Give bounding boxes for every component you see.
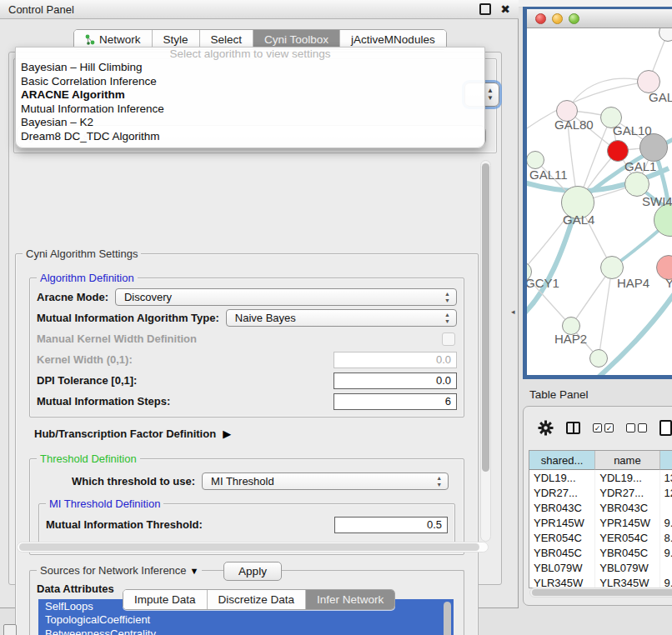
network-node-label: SWI4 <box>642 194 672 208</box>
bottom-tabbar: Impute Data Discretize Data Infer Networ… <box>123 589 395 610</box>
node-table[interactable]: shared...name YDL19...YDL19...13YDR27...… <box>529 450 672 588</box>
table-cell: YDR27... <box>529 485 595 500</box>
apply-button[interactable]: Apply <box>223 562 282 581</box>
scrollbar-thumb[interactable] <box>19 543 479 551</box>
table-cell: YBR045C <box>595 545 659 560</box>
collapse-arrow-icon: ▼ <box>190 566 199 576</box>
table-column-header[interactable] <box>660 451 672 470</box>
document-icon[interactable] <box>659 420 672 436</box>
mi-type-value: Naive Bayes <box>235 312 296 324</box>
algorithm-option[interactable]: Dream8 DC_TDC Algorithm <box>16 130 484 144</box>
close-icon[interactable]: ✖ <box>500 5 510 13</box>
table-row[interactable]: YPR145WYPR145W9. <box>529 515 672 530</box>
split-view-icon[interactable] <box>566 422 580 434</box>
scrollbar-thumb[interactable] <box>532 589 672 596</box>
mi-threshold-definition-title: MI Threshold Definition <box>46 498 163 510</box>
combo-arrows-icon: ▲▼ <box>444 312 450 325</box>
expander-arrow-icon: ▶ <box>223 428 231 440</box>
checked-box-icon: ✓ <box>593 423 602 432</box>
table-cell: 13 <box>660 470 672 485</box>
mi-threshold-field[interactable]: 0.5 <box>334 517 448 533</box>
which-threshold-value: MI Threshold <box>211 475 274 488</box>
tab-discretize-data[interactable]: Discretize Data <box>208 590 307 609</box>
kernel-width-field[interactable]: 0.0 <box>333 352 457 368</box>
table-cell: YBR043C <box>529 500 595 515</box>
table-row[interactable]: YER054CYER054C8. <box>529 530 672 545</box>
network-node-label: GAL1 <box>624 159 656 173</box>
table-row[interactable]: YDL19...YDL19...13 <box>529 470 672 485</box>
manual-kernel-checkbox[interactable] <box>442 332 455 346</box>
table-column-header[interactable]: shared... <box>529 451 595 470</box>
network-canvas[interactable]: GALGAL80GAL10GAL11GAL1SWI4GAL4GCY1HAP4YH… <box>527 28 672 375</box>
network-node-label: GAL <box>649 90 672 104</box>
control-panel-title: Control Panel <box>8 3 479 16</box>
table-row[interactable]: YDR27...YDR27...12 <box>529 485 672 500</box>
table-toolbar: ✓ ✓ <box>538 418 672 437</box>
table-cell: YDL19... <box>595 470 659 485</box>
docked-panel-icon[interactable] <box>3 624 17 635</box>
combo-arrows-icon: ▲▼ <box>436 475 442 488</box>
network-node[interactable] <box>639 133 668 162</box>
mi-threshold-definition-group: MI Threshold Definition Mutual Informati… <box>38 503 455 544</box>
list-scrollbar-thumb[interactable] <box>444 602 451 635</box>
minimize-traffic-light-icon[interactable] <box>552 13 563 24</box>
algorithm-option[interactable]: Bayesian – K2 <box>16 116 484 130</box>
dpi-tolerance-field[interactable]: 0.0 <box>333 372 457 389</box>
table-cell: YER054C <box>529 530 595 545</box>
network-view-window: GALGAL80GAL10GAL11GAL1SWI4GAL4GCY1HAP4YH… <box>523 7 672 379</box>
algorithm-option[interactable]: Basic Correlation Inference <box>16 75 484 89</box>
table-row[interactable]: YLR345WYLR345W9. <box>529 575 672 588</box>
mi-type-combobox[interactable]: Naive Bayes ▲▼ <box>226 309 457 327</box>
deselect-all-columns-icon[interactable] <box>626 423 647 432</box>
settings-vertical-scrollbar[interactable] <box>480 160 491 542</box>
network-node[interactable] <box>624 172 649 197</box>
algorithm-popup-list: Bayesian – Hill ClimbingBasic Correlatio… <box>16 61 484 143</box>
control-panel-titlebar[interactable]: Control Panel ✖ <box>0 0 519 19</box>
algorithm-option[interactable]: ARACNE Algorithm <box>16 88 484 102</box>
data-attribute-item[interactable]: TopologicalCoefficient <box>38 613 454 628</box>
which-threshold-combobox[interactable]: MI Threshold ▲▼ <box>202 472 449 490</box>
algorithm-popup-prompt: Select algorithm to view settings <box>16 48 484 61</box>
float-window-icon[interactable] <box>479 3 491 15</box>
aracne-mode-combobox[interactable]: Discovery ▲▼ <box>115 288 457 306</box>
splitter-collapse-icon[interactable]: ◂ <box>511 308 515 316</box>
sources-group-title[interactable]: Sources for Network Inference▼ <box>37 564 202 577</box>
network-node[interactable] <box>527 151 544 169</box>
table-horizontal-scrollbar[interactable] <box>529 588 672 598</box>
table-cell: 8. <box>660 530 672 545</box>
scrollbar-thumb[interactable] <box>482 163 489 472</box>
tab-infer-network[interactable]: Infer Network <box>306 590 394 609</box>
close-traffic-light-icon[interactable] <box>535 13 546 24</box>
table-cell: 9. <box>660 545 672 560</box>
table-cell: YER054C <box>595 530 659 545</box>
table-cell: YDR27... <box>595 485 659 500</box>
select-all-columns-icon[interactable]: ✓ ✓ <box>593 423 614 432</box>
network-node[interactable] <box>589 349 608 368</box>
table-panel: ✓ ✓ shared...name YDL19...YDL19...13YDR2… <box>523 406 672 606</box>
tab-label: Discretize Data <box>218 593 295 606</box>
data-attribute-item[interactable]: BetweennessCentrality <box>38 627 454 635</box>
combo-arrows-icon: ▲▼ <box>487 87 494 102</box>
table-row[interactable]: YBR043CYBR043C <box>529 500 672 515</box>
table-cell: YBR045C <box>529 545 595 560</box>
table-row[interactable]: YBR045CYBR045C9. <box>529 545 672 560</box>
tab-impute-data[interactable]: Impute Data <box>123 590 208 609</box>
aracne-mode-label: Aracne Mode: <box>37 291 108 303</box>
zoom-traffic-light-icon[interactable] <box>569 13 579 24</box>
algorithm-option[interactable]: Bayesian – Hill Climbing <box>16 61 484 75</box>
mi-steps-label: Mutual Information Steps: <box>37 395 170 408</box>
table-panel-title: Table Panel <box>529 388 589 401</box>
table-cell: YLR345W <box>529 575 595 588</box>
mi-steps-field[interactable]: 6 <box>333 393 457 410</box>
tab-label: Infer Network <box>317 593 384 606</box>
algorithm-option[interactable]: Mutual Information Inference <box>16 102 484 117</box>
settings-horizontal-scrollbar[interactable] <box>17 542 489 552</box>
table-cell: YBL079W <box>595 560 659 575</box>
which-threshold-label: Which threshold to use: <box>72 475 195 488</box>
network-window-titlebar[interactable] <box>527 9 672 28</box>
network-tab-icon <box>85 34 95 45</box>
table-column-header[interactable]: name <box>595 451 659 470</box>
gear-icon[interactable] <box>538 420 554 436</box>
hub-definition-expander[interactable]: Hub/Transcription Factor Definition ▶ <box>34 428 471 440</box>
table-row[interactable]: YBL079WYBL079W <box>529 560 672 575</box>
